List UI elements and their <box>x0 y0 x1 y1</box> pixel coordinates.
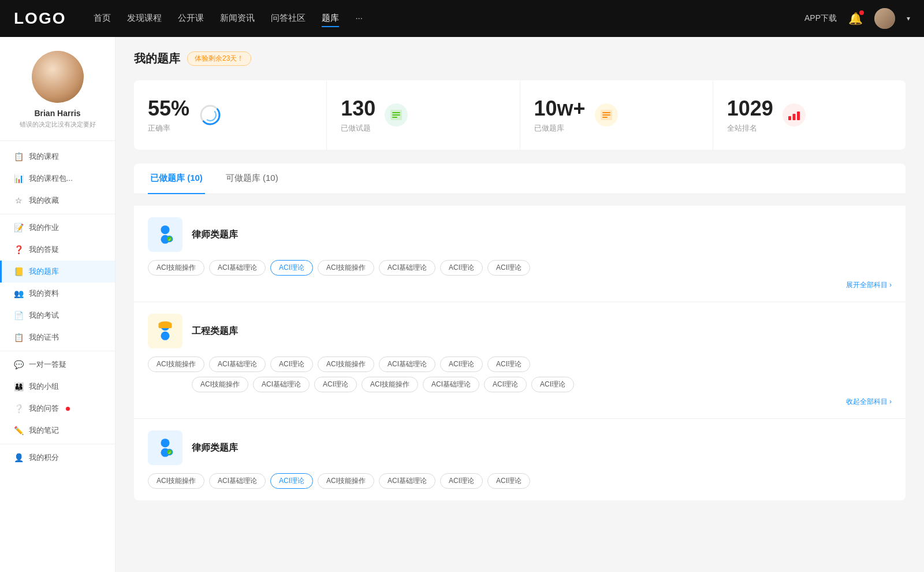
sidebar-item-label: 我的积分 <box>29 452 59 463</box>
tag-item[interactable]: ACI技能操作 <box>148 260 204 276</box>
nav-news[interactable]: 新闻资讯 <box>220 10 255 27</box>
sidebar-item-course-package[interactable]: 📊 我的课程包... <box>0 168 115 190</box>
tag-item[interactable]: ACI基础理论 <box>209 473 266 489</box>
tag-item-active[interactable]: ACI理论 <box>270 260 313 276</box>
tabs-and-content: 已做题库 (10) 可做题库 (10) ✓ <box>134 164 906 500</box>
nav-more[interactable]: ··· <box>355 10 363 27</box>
sidebar-item-qbank[interactable]: 📒 我的题库 <box>0 261 115 283</box>
sidebar-item-label: 我的证书 <box>29 332 59 343</box>
tag-item[interactable]: ACI理论 <box>531 377 574 392</box>
qbank-card-lawyer2: ✓ 律师类题库 ACI技能操作 ACI基础理论 ACI理论 ACI技能操作 AC… <box>134 419 906 500</box>
qbank-title-text: 律师类题库 <box>192 442 238 454</box>
qa-notification-dot <box>66 407 70 411</box>
tab-available-banks[interactable]: 可做题库 (10) <box>223 164 281 194</box>
exams-icon: 📄 <box>14 311 23 320</box>
sidebar-item-1on1[interactable]: 💬 一对一答疑 <box>0 354 115 376</box>
tag-item[interactable]: ACI理论 <box>484 377 527 392</box>
certificates-icon: 📋 <box>14 333 23 342</box>
tag-item[interactable]: ACI理论 <box>487 356 530 372</box>
sidebar-item-label: 我的课程 <box>29 151 59 162</box>
sidebar-item-my-qa[interactable]: ❔ 我的问答 <box>0 398 115 419</box>
qbank-card-engineer: 工程类题库 ACI技能操作 ACI基础理论 ACI理论 ACI技能操作 ACI基… <box>134 302 906 419</box>
sidebar-item-exams[interactable]: 📄 我的考试 <box>0 304 115 326</box>
sidebar-item-label: 我的考试 <box>29 310 59 321</box>
tag-item[interactable]: ACI基础理论 <box>423 377 479 392</box>
stat-done-questions-block: 130 已做试题 <box>341 96 375 133</box>
tab-done-banks[interactable]: 已做题库 (10) <box>148 164 205 194</box>
qbank-collapse-link[interactable]: 收起全部科目 › <box>148 397 892 407</box>
sidebar-avatar <box>32 51 84 103</box>
tag-item[interactable]: ACI理论 <box>440 260 483 276</box>
sidebar-profile: Brian Harris 错误的决定比没有决定要好 <box>0 51 115 141</box>
qbank-card-header: ✓ 律师类题库 <box>148 430 892 465</box>
tag-item[interactable]: ACI理论 <box>440 473 483 489</box>
tag-item[interactable]: ACI技能操作 <box>148 356 204 372</box>
tag-item-active[interactable]: ACI理论 <box>270 473 313 489</box>
sidebar-item-certificates[interactable]: 📋 我的证书 <box>0 326 115 348</box>
svg-point-2 <box>204 109 216 121</box>
sidebar-item-materials[interactable]: 👥 我的资料 <box>0 283 115 304</box>
nav-discover[interactable]: 发现课程 <box>127 10 162 27</box>
courses-icon: 📋 <box>14 152 23 161</box>
sidebar-item-notes[interactable]: ✏️ 我的笔记 <box>0 419 115 441</box>
qbank-lawyer2-tags: ACI技能操作 ACI基础理论 ACI理论 ACI技能操作 ACI基础理论 AC… <box>148 473 892 489</box>
svg-rect-9 <box>602 114 610 116</box>
tag-item[interactable]: ACI基础理论 <box>253 377 310 392</box>
sidebar-item-courses[interactable]: 📋 我的课程 <box>0 146 115 168</box>
tag-item[interactable]: ACI技能操作 <box>362 377 418 392</box>
tag-item[interactable]: ACI技能操作 <box>318 473 374 489</box>
tag-item[interactable]: ACI基础理论 <box>379 260 435 276</box>
stat-done-questions: 130 已做试题 <box>327 80 520 150</box>
svg-point-23 <box>161 439 170 447</box>
tag-item[interactable]: ACI理论 <box>487 473 530 489</box>
svg-text:✓: ✓ <box>168 237 172 242</box>
stat-ranking: 1029 全站排名 <box>713 80 906 150</box>
sidebar-item-label: 我的作业 <box>29 222 59 233</box>
tag-item[interactable]: ACI理论 <box>487 260 530 276</box>
tag-item[interactable]: ACI基础理论 <box>379 473 435 489</box>
notes-icon: ✏️ <box>14 426 23 435</box>
sidebar-item-label: 我的资料 <box>29 288 59 299</box>
tag-item[interactable]: ACI基础理论 <box>209 356 266 372</box>
nav-open-course[interactable]: 公开课 <box>178 10 204 27</box>
main-content: 我的题库 体验剩余23天！ 55% 正确率 <box>116 37 924 572</box>
tag-item[interactable]: ACI理论 <box>270 356 313 372</box>
avatar[interactable] <box>874 8 895 29</box>
svg-rect-11 <box>788 116 791 120</box>
svg-rect-8 <box>602 112 610 113</box>
sidebar-item-qa[interactable]: ❓ 我的答疑 <box>0 239 115 261</box>
qbank-expand-link[interactable]: 展开全部科目 › <box>148 280 892 290</box>
qbank-engineer-tags-row1: ACI技能操作 ACI基础理论 ACI理论 ACI技能操作 ACI基础理论 AC… <box>148 356 892 372</box>
sidebar-menu: 📋 我的课程 📊 我的课程包... ☆ 我的收藏 📝 我的作业 ❓ 我的答疑 � <box>0 146 115 469</box>
nav-home[interactable]: 首页 <box>94 10 111 27</box>
tag-item[interactable]: ACI技能操作 <box>192 377 248 392</box>
stat-accuracy-block: 55% 正确率 <box>148 96 189 133</box>
sidebar-item-favorites[interactable]: ☆ 我的收藏 <box>0 190 115 211</box>
stat-done-banks: 10w+ 已做题库 <box>520 80 713 150</box>
tag-item[interactable]: ACI理论 <box>440 356 483 372</box>
notification-bell[interactable]: 🔔 <box>848 12 863 25</box>
nav-qbank[interactable]: 题库 <box>322 10 339 27</box>
sidebar: Brian Harris 错误的决定比没有决定要好 📋 我的课程 📊 我的课程包… <box>0 37 116 572</box>
tag-item[interactable]: ACI技能操作 <box>148 473 204 489</box>
qbank-engineer-icon <box>148 314 182 348</box>
sidebar-item-homework[interactable]: 📝 我的作业 <box>0 217 115 239</box>
sidebar-item-label: 我的题库 <box>29 266 59 277</box>
sidebar-divider-3 <box>0 444 115 444</box>
tag-item[interactable]: ACI技能操作 <box>318 356 374 372</box>
tag-item[interactable]: ACI理论 <box>314 377 357 392</box>
nav-qa[interactable]: 问答社区 <box>271 10 305 27</box>
sidebar-item-label: 我的收藏 <box>29 195 59 206</box>
tag-item[interactable]: ACI技能操作 <box>318 260 374 276</box>
trial-badge: 体验剩余23天！ <box>187 51 251 66</box>
stat-accuracy: 55% 正确率 <box>134 80 327 150</box>
page-header: 我的题库 体验剩余23天！ <box>134 51 906 66</box>
tag-item[interactable]: ACI基础理论 <box>209 260 266 276</box>
avatar-dropdown-arrow[interactable]: ▾ <box>907 14 910 23</box>
logo: LOGO <box>14 9 66 28</box>
app-download-link[interactable]: APP下载 <box>804 13 837 24</box>
sidebar-item-groups[interactable]: 👨‍👩‍👦 我的小组 <box>0 376 115 398</box>
sidebar-item-points[interactable]: 👤 我的积分 <box>0 447 115 469</box>
tag-item[interactable]: ACI基础理论 <box>379 356 435 372</box>
svg-rect-10 <box>602 117 608 118</box>
